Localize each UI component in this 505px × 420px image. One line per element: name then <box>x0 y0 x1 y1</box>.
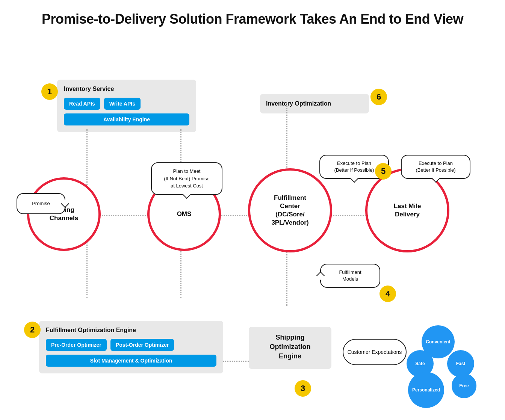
write-apis-btn[interactable]: Write APIs <box>104 98 141 110</box>
execute1-text: Execute to Plan(Better if Possible) <box>334 160 374 173</box>
badge-4: 4 <box>380 286 396 302</box>
fm-text: FulfillmentModels <box>339 269 361 282</box>
page: Promise-to-Delivery Solution Framework T… <box>0 0 505 420</box>
plan-bubble: Plan to Meet(If Not Beat) Promiseat Lowe… <box>151 162 222 195</box>
inventory-opt-title: Inventory Optimization <box>266 100 331 107</box>
badge-5: 5 <box>375 163 392 180</box>
inventory-opt-box: Inventory Optimization <box>260 94 369 113</box>
inventory-service-box: Inventory Service Read APIs Write APIs A… <box>57 80 196 132</box>
fc-circle: FulfillmentCenter(DC/Sore/3PL/Vendor) <box>248 168 332 252</box>
inventory-service-title: Inventory Service <box>64 86 189 92</box>
read-apis-btn[interactable]: Read APIs <box>64 98 100 110</box>
foe-title: Fulfillment Optimization Engine <box>46 327 216 334</box>
personalized-circle: Personalized <box>408 372 444 408</box>
postorder-btn[interactable]: Post-Order Optimizer <box>110 339 174 351</box>
execute2-text: Execute to Plan(Better if Possible) <box>416 160 455 173</box>
badge-6: 6 <box>370 89 387 105</box>
free-circle: Free <box>452 373 476 398</box>
badge-2: 2 <box>24 322 41 338</box>
soe-title: ShippingOptimizationEngine <box>256 333 325 361</box>
diagram-area: 1 Inventory Service Read APIs Write APIs… <box>16 42 489 388</box>
soe-box: ShippingOptimizationEngine <box>249 327 331 369</box>
foe-box: Fulfillment Optimization Engine Pre-Orde… <box>39 321 223 373</box>
selling-channels-circle: SellingChannels <box>27 177 101 251</box>
badge-3: 3 <box>295 380 311 397</box>
availability-engine-btn[interactable]: Availability Engine <box>64 113 189 125</box>
plan-text: Plan to Meet(If Not Beat) Promiseat Lowe… <box>164 168 209 189</box>
connector-h3 <box>331 215 368 216</box>
slot-management-btn[interactable]: Slot Management & Optimization <box>46 355 216 367</box>
customer-label: Customer Expectations <box>348 349 402 355</box>
page-title: Promise-to-Delivery Solution Framework T… <box>15 11 490 27</box>
oms-label: OMS <box>177 210 192 218</box>
lastmile-label: Last MileDelivery <box>394 202 421 219</box>
fulfillment-models-bubble: FulfillmentModels <box>320 264 380 288</box>
fc-label: FulfillmentCenter(DC/Sore/3PL/Vendor) <box>271 194 308 227</box>
preorder-btn[interactable]: Pre-Order Optimizer <box>46 339 107 351</box>
customer-expectations-bubble: Customer Expectations <box>343 339 407 365</box>
fast-circle: Fast <box>447 350 474 377</box>
badge-1: 1 <box>41 83 58 100</box>
promise-bubble: Promise <box>17 193 65 214</box>
execute2-bubble: Execute to Plan(Better if Possible) <box>401 155 470 179</box>
